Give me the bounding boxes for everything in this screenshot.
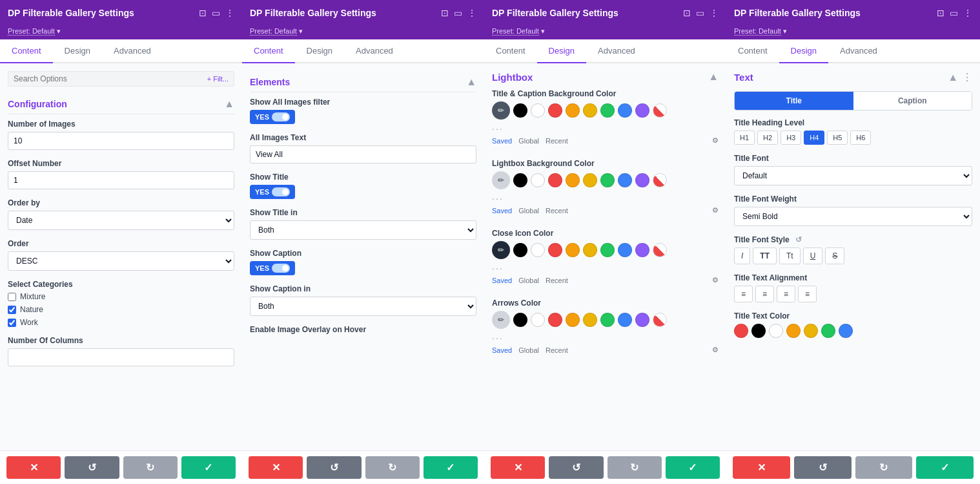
- redo-btn-3[interactable]: ↻: [607, 456, 662, 479]
- swatch-white-4[interactable]: [531, 313, 545, 327]
- align-right-btn[interactable]: ≡: [777, 286, 795, 302]
- select-show-title-in[interactable]: Both Gallery Lightbox: [250, 220, 476, 240]
- h5-btn[interactable]: H5: [827, 131, 848, 145]
- cancel-btn-4[interactable]: ✕: [733, 456, 790, 479]
- gear-icon-3[interactable]: ⚙: [712, 276, 719, 284]
- gear-icon-4[interactable]: ⚙: [712, 346, 719, 354]
- h4-btn[interactable]: H4: [804, 131, 824, 145]
- swatch-red-2[interactable]: [548, 173, 562, 187]
- swatch-green-2[interactable]: [600, 173, 615, 187]
- align-center-btn[interactable]: ≡: [755, 286, 774, 302]
- align-left-btn[interactable]: ≡: [734, 286, 753, 302]
- swatch-stripe-1[interactable]: [653, 103, 667, 118]
- swatch-yellow-tc[interactable]: [804, 324, 818, 338]
- swatch-purple-1[interactable]: [635, 103, 649, 118]
- search-input-1[interactable]: [14, 74, 207, 83]
- select-title-font[interactable]: Default: [734, 166, 972, 185]
- toggle-show-title[interactable]: YES: [250, 185, 476, 199]
- check-mixture[interactable]: [8, 293, 16, 301]
- swatch-purple-2[interactable]: [635, 173, 649, 187]
- swatch-red-3[interactable]: [548, 243, 562, 257]
- save-btn-2[interactable]: ✓: [424, 456, 478, 479]
- swatch-purple-4[interactable]: [635, 313, 649, 327]
- window-icon-4[interactable]: ⊡: [937, 8, 944, 18]
- pencil-icon-3[interactable]: ✏: [492, 241, 510, 259]
- swatch-green-3[interactable]: [600, 243, 615, 257]
- swatch-stripe-3[interactable]: [653, 243, 667, 257]
- input-all-images-text[interactable]: [250, 145, 476, 163]
- panel-preset-4[interactable]: Preset: Default ▾: [726, 26, 980, 39]
- swatch-green-1[interactable]: [600, 103, 615, 118]
- reset-font-style-icon[interactable]: ↺: [795, 235, 802, 244]
- save-btn-4[interactable]: ✓: [916, 456, 974, 479]
- layout-icon-2[interactable]: ▭: [454, 8, 462, 18]
- input-offset[interactable]: [8, 171, 234, 189]
- tab-advanced-4[interactable]: Advanced: [828, 39, 889, 63]
- swatch-red-1[interactable]: [548, 103, 562, 118]
- tab-advanced-3[interactable]: Advanced: [586, 39, 647, 63]
- h6-btn[interactable]: H6: [850, 131, 871, 145]
- strikethrough-btn[interactable]: S: [825, 247, 844, 264]
- swatch-blue-1[interactable]: [618, 103, 632, 118]
- tc-tab-title[interactable]: Title: [735, 92, 853, 110]
- toggle-show-all-images[interactable]: YES: [250, 110, 476, 124]
- swatch-stripe-4[interactable]: [653, 313, 667, 327]
- select-orderby[interactable]: Date: [8, 211, 234, 230]
- swatch-amber-2[interactable]: [566, 173, 580, 187]
- tab-content-2[interactable]: Content: [242, 39, 295, 63]
- more-icon-1[interactable]: ⋮: [225, 8, 234, 18]
- tab-content-4[interactable]: Content: [726, 39, 779, 63]
- swatch-green-tc[interactable]: [821, 324, 835, 338]
- redo-btn-2[interactable]: ↻: [365, 456, 420, 479]
- redo-btn-4[interactable]: ↻: [855, 456, 913, 479]
- tab-design-1[interactable]: Design: [53, 39, 102, 63]
- pencil-icon-2[interactable]: ✏: [492, 171, 510, 189]
- reset-btn-1[interactable]: ↺: [65, 456, 119, 479]
- tab-content-3[interactable]: Content: [484, 39, 537, 63]
- section-toggle-elements[interactable]: ▲: [466, 76, 476, 88]
- uppercase-btn[interactable]: TT: [753, 247, 777, 264]
- swatch-purple-3[interactable]: [635, 243, 649, 257]
- swatch-green-4[interactable]: [600, 313, 615, 327]
- tab-content-1[interactable]: Content: [0, 39, 53, 63]
- swatch-black-4[interactable]: [513, 313, 527, 327]
- toggle-show-caption[interactable]: YES: [250, 261, 476, 275]
- toggle-switch-2[interactable]: [272, 187, 290, 196]
- swatch-amber-3[interactable]: [566, 243, 580, 257]
- select-show-caption-in[interactable]: Both Gallery Lightbox: [250, 297, 476, 316]
- gear-icon-1[interactable]: ⚙: [712, 136, 719, 145]
- more-icon-4[interactable]: ⋮: [963, 8, 972, 18]
- select-title-font-weight[interactable]: Semi Bold: [734, 207, 972, 226]
- input-num-columns[interactable]: [8, 348, 234, 366]
- tab-advanced-1[interactable]: Advanced: [102, 39, 163, 63]
- layout-icon-4[interactable]: ▭: [950, 8, 958, 18]
- panel-preset-3[interactable]: Preset: Default ▾: [484, 26, 726, 39]
- lightbox-collapse-icon[interactable]: ▲: [708, 71, 719, 83]
- swatch-white-1[interactable]: [531, 103, 545, 118]
- more-icon-2[interactable]: ⋮: [467, 8, 476, 18]
- swatch-yellow-2[interactable]: [583, 173, 597, 187]
- swatch-red-4[interactable]: [548, 313, 562, 327]
- swatch-yellow-4[interactable]: [583, 313, 597, 327]
- swatch-amber-4[interactable]: [566, 313, 580, 327]
- swatch-amber-tc[interactable]: [786, 324, 801, 338]
- more-icon-3[interactable]: ⋮: [709, 8, 719, 18]
- h3-btn[interactable]: H3: [781, 131, 801, 145]
- tab-advanced-2[interactable]: Advanced: [344, 39, 405, 63]
- swatch-blue-tc[interactable]: [839, 324, 853, 338]
- toggle-switch-3[interactable]: [272, 264, 290, 273]
- cancel-btn-2[interactable]: ✕: [249, 456, 303, 479]
- swatch-black-tc[interactable]: [751, 324, 766, 338]
- save-btn-3[interactable]: ✓: [666, 456, 720, 479]
- pencil-icon-4[interactable]: ✏: [492, 311, 510, 329]
- panel-preset-1[interactable]: Preset: Default ▾: [0, 26, 242, 39]
- layout-icon-3[interactable]: ▭: [696, 8, 704, 18]
- swatch-red-tc[interactable]: [734, 324, 748, 338]
- tab-design-4[interactable]: Design: [779, 39, 828, 63]
- window-icon-1[interactable]: ⊡: [199, 8, 207, 18]
- italic-btn[interactable]: I: [734, 247, 750, 264]
- cancel-btn-3[interactable]: ✕: [491, 456, 545, 479]
- reset-btn-3[interactable]: ↺: [549, 456, 603, 479]
- gear-icon-2[interactable]: ⚙: [712, 206, 719, 215]
- check-nature[interactable]: [8, 306, 16, 314]
